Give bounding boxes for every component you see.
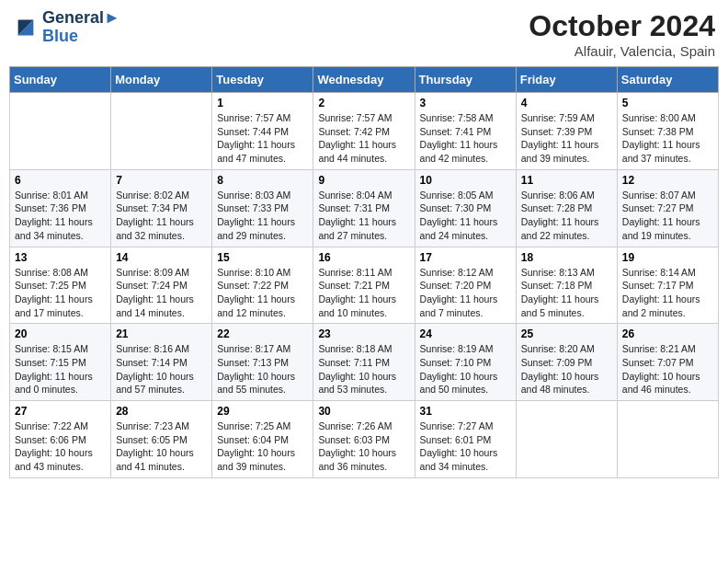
day-number: 5 xyxy=(622,97,713,109)
day-number: 17 xyxy=(420,251,511,264)
calendar-day-cell xyxy=(516,401,617,478)
day-number: 7 xyxy=(116,174,207,187)
day-number: 23 xyxy=(318,327,409,340)
day-number: 21 xyxy=(116,327,207,340)
calendar-week-row: 1Sunrise: 7:57 AM Sunset: 7:44 PM Daylig… xyxy=(10,93,719,170)
day-info: Sunrise: 8:05 AM Sunset: 7:30 PM Dayligh… xyxy=(420,189,511,243)
day-info: Sunrise: 8:10 AM Sunset: 7:22 PM Dayligh… xyxy=(217,266,308,320)
day-of-week-header: Monday xyxy=(111,67,212,93)
day-info: Sunrise: 7:57 AM Sunset: 7:42 PM Dayligh… xyxy=(318,111,409,166)
day-number: 28 xyxy=(116,405,207,418)
day-info: Sunrise: 8:01 AM Sunset: 7:36 PM Dayligh… xyxy=(15,189,106,243)
day-number: 12 xyxy=(622,174,713,187)
day-number: 29 xyxy=(217,405,308,418)
logo-icon xyxy=(13,15,39,40)
calendar-day-cell xyxy=(10,93,111,170)
day-info: Sunrise: 8:07 AM Sunset: 7:27 PM Dayligh… xyxy=(622,189,713,243)
day-info: Sunrise: 8:09 AM Sunset: 7:24 PM Dayligh… xyxy=(116,266,207,320)
calendar-day-cell: 3Sunrise: 7:58 AM Sunset: 7:41 PM Daylig… xyxy=(415,93,516,170)
day-number: 13 xyxy=(15,251,106,264)
day-number: 6 xyxy=(15,174,106,187)
day-info: Sunrise: 8:19 AM Sunset: 7:10 PM Dayligh… xyxy=(420,342,511,396)
calendar-week-row: 13Sunrise: 8:08 AM Sunset: 7:25 PM Dayli… xyxy=(10,247,719,324)
calendar-day-cell: 2Sunrise: 7:57 AM Sunset: 7:42 PM Daylig… xyxy=(313,93,415,170)
day-number: 18 xyxy=(521,251,612,264)
calendar-day-cell: 22Sunrise: 8:17 AM Sunset: 7:13 PM Dayli… xyxy=(212,324,313,401)
logo-text: General► Blue xyxy=(42,9,120,46)
calendar-day-cell: 26Sunrise: 8:21 AM Sunset: 7:07 PM Dayli… xyxy=(617,324,718,401)
calendar-day-cell: 27Sunrise: 7:22 AM Sunset: 6:06 PM Dayli… xyxy=(10,401,111,478)
day-info: Sunrise: 8:08 AM Sunset: 7:25 PM Dayligh… xyxy=(15,266,106,320)
calendar-week-row: 6Sunrise: 8:01 AM Sunset: 7:36 PM Daylig… xyxy=(10,169,719,247)
calendar-day-cell: 8Sunrise: 8:03 AM Sunset: 7:33 PM Daylig… xyxy=(212,169,313,247)
calendar-week-row: 27Sunrise: 7:22 AM Sunset: 6:06 PM Dayli… xyxy=(10,401,719,478)
day-number: 9 xyxy=(318,174,409,187)
day-info: Sunrise: 8:14 AM Sunset: 7:17 PM Dayligh… xyxy=(622,266,713,320)
day-info: Sunrise: 8:15 AM Sunset: 7:15 PM Dayligh… xyxy=(15,342,106,396)
calendar-day-cell: 12Sunrise: 8:07 AM Sunset: 7:27 PM Dayli… xyxy=(617,169,718,247)
day-info: Sunrise: 8:13 AM Sunset: 7:18 PM Dayligh… xyxy=(521,266,612,320)
day-of-week-header: Sunday xyxy=(10,67,111,93)
calendar-day-cell: 14Sunrise: 8:09 AM Sunset: 7:24 PM Dayli… xyxy=(111,247,212,324)
day-info: Sunrise: 8:04 AM Sunset: 7:31 PM Dayligh… xyxy=(318,189,409,243)
calendar-week-row: 20Sunrise: 8:15 AM Sunset: 7:15 PM Dayli… xyxy=(10,324,719,401)
calendar-day-cell: 23Sunrise: 8:18 AM Sunset: 7:11 PM Dayli… xyxy=(313,324,415,401)
calendar-day-cell: 29Sunrise: 7:25 AM Sunset: 6:04 PM Dayli… xyxy=(212,401,313,478)
day-number: 26 xyxy=(622,327,713,340)
day-info: Sunrise: 8:21 AM Sunset: 7:07 PM Dayligh… xyxy=(622,342,713,396)
day-of-week-header: Wednesday xyxy=(313,67,415,93)
calendar-day-cell: 20Sunrise: 8:15 AM Sunset: 7:15 PM Dayli… xyxy=(10,324,111,401)
day-info: Sunrise: 7:58 AM Sunset: 7:41 PM Dayligh… xyxy=(420,111,511,166)
day-info: Sunrise: 8:03 AM Sunset: 7:33 PM Dayligh… xyxy=(217,189,308,243)
calendar-day-cell: 16Sunrise: 8:11 AM Sunset: 7:21 PM Dayli… xyxy=(313,247,415,324)
day-of-week-header: Tuesday xyxy=(212,67,313,93)
calendar-day-cell: 15Sunrise: 8:10 AM Sunset: 7:22 PM Dayli… xyxy=(212,247,313,324)
day-number: 3 xyxy=(420,97,511,109)
month-title: October 2024 xyxy=(529,9,715,43)
calendar-day-cell: 5Sunrise: 8:00 AM Sunset: 7:38 PM Daylig… xyxy=(617,93,718,170)
calendar-day-cell: 30Sunrise: 7:26 AM Sunset: 6:03 PM Dayli… xyxy=(313,401,415,478)
logo: General► Blue xyxy=(13,9,120,46)
day-info: Sunrise: 8:00 AM Sunset: 7:38 PM Dayligh… xyxy=(622,111,713,166)
day-info: Sunrise: 8:16 AM Sunset: 7:14 PM Dayligh… xyxy=(116,342,207,396)
day-number: 25 xyxy=(521,327,612,340)
calendar-day-cell: 13Sunrise: 8:08 AM Sunset: 7:25 PM Dayli… xyxy=(10,247,111,324)
calendar-day-cell: 17Sunrise: 8:12 AM Sunset: 7:20 PM Dayli… xyxy=(415,247,516,324)
day-info: Sunrise: 8:11 AM Sunset: 7:21 PM Dayligh… xyxy=(318,266,409,320)
day-number: 1 xyxy=(217,97,308,109)
day-info: Sunrise: 8:06 AM Sunset: 7:28 PM Dayligh… xyxy=(521,189,612,243)
day-info: Sunrise: 8:18 AM Sunset: 7:11 PM Dayligh… xyxy=(318,342,409,396)
location-title: Alfauir, Valencia, Spain xyxy=(529,43,715,59)
day-number: 24 xyxy=(420,327,511,340)
calendar-day-cell: 24Sunrise: 8:19 AM Sunset: 7:10 PM Dayli… xyxy=(415,324,516,401)
day-number: 2 xyxy=(318,97,409,109)
calendar-header-row: SundayMondayTuesdayWednesdayThursdayFrid… xyxy=(10,67,719,93)
calendar-day-cell: 9Sunrise: 8:04 AM Sunset: 7:31 PM Daylig… xyxy=(313,169,415,247)
calendar-day-cell xyxy=(111,93,212,170)
day-number: 14 xyxy=(116,251,207,264)
day-info: Sunrise: 8:12 AM Sunset: 7:20 PM Dayligh… xyxy=(420,266,511,320)
calendar-day-cell: 19Sunrise: 8:14 AM Sunset: 7:17 PM Dayli… xyxy=(617,247,718,324)
day-number: 27 xyxy=(15,405,106,418)
calendar-day-cell: 31Sunrise: 7:27 AM Sunset: 6:01 PM Dayli… xyxy=(415,401,516,478)
day-number: 11 xyxy=(521,174,612,187)
day-info: Sunrise: 7:25 AM Sunset: 6:04 PM Dayligh… xyxy=(217,419,308,474)
calendar-day-cell: 6Sunrise: 8:01 AM Sunset: 7:36 PM Daylig… xyxy=(10,169,111,247)
day-info: Sunrise: 8:02 AM Sunset: 7:34 PM Dayligh… xyxy=(116,189,207,243)
day-number: 20 xyxy=(15,327,106,340)
title-block: October 2024 Alfauir, Valencia, Spain xyxy=(529,9,715,59)
calendar-day-cell xyxy=(617,401,718,478)
day-number: 22 xyxy=(217,327,308,340)
calendar-day-cell: 28Sunrise: 7:23 AM Sunset: 6:05 PM Dayli… xyxy=(111,401,212,478)
day-info: Sunrise: 8:20 AM Sunset: 7:09 PM Dayligh… xyxy=(521,342,612,396)
day-number: 19 xyxy=(622,251,713,264)
day-number: 8 xyxy=(217,174,308,187)
day-number: 30 xyxy=(318,405,409,418)
calendar-day-cell: 25Sunrise: 8:20 AM Sunset: 7:09 PM Dayli… xyxy=(516,324,617,401)
day-of-week-header: Saturday xyxy=(617,67,718,93)
calendar-table: SundayMondayTuesdayWednesdayThursdayFrid… xyxy=(9,66,719,478)
day-number: 15 xyxy=(217,251,308,264)
day-info: Sunrise: 7:59 AM Sunset: 7:39 PM Dayligh… xyxy=(521,111,612,166)
day-number: 16 xyxy=(318,251,409,264)
day-info: Sunrise: 7:22 AM Sunset: 6:06 PM Dayligh… xyxy=(15,419,106,474)
